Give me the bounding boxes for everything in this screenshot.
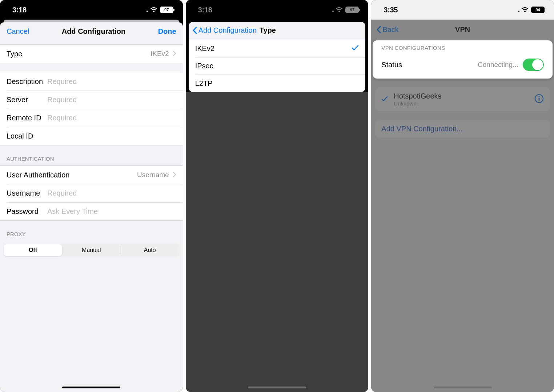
- cellular-dots-icon: ....: [146, 7, 148, 13]
- status-row: Status Connecting...: [376, 54, 550, 76]
- config-row[interactable]: HotspotiGeeks Unknown: [376, 87, 550, 111]
- vpn-screen-body: Back VPN VPN CONFIGURATIONS Status Conne…: [371, 20, 554, 392]
- page-title: Type: [260, 26, 276, 35]
- wifi-icon: [150, 7, 157, 13]
- proxy-segmented-control[interactable]: Off Manual Auto: [3, 244, 180, 257]
- page-title: VPN: [371, 25, 554, 34]
- proxy-header: PROXY: [0, 221, 183, 241]
- wifi-icon: [336, 7, 343, 13]
- details-section: Description Server Remote ID Local ID: [0, 72, 183, 145]
- server-row[interactable]: Server: [0, 91, 183, 109]
- wifi-icon: [521, 7, 529, 13]
- auth-section: User Authentication Username Username Pa…: [0, 165, 183, 221]
- status-bar: 3:35 .... 94: [371, 0, 554, 20]
- proxy-manual-segment[interactable]: Manual: [62, 244, 121, 256]
- screen-type-select: 3:18 .... 97 Add Configuration Type: [186, 0, 369, 392]
- cancel-button[interactable]: Cancel: [7, 27, 29, 36]
- status-bar: 3:18 .... 97: [186, 0, 369, 20]
- status-bar: 3:18 .... 97: [0, 0, 183, 20]
- status-value: Connecting...: [402, 61, 523, 69]
- info-icon[interactable]: [534, 94, 544, 105]
- chevron-left-icon: [192, 27, 197, 34]
- battery-icon: 97: [160, 7, 173, 13]
- status-time: 3:35: [384, 6, 398, 14]
- type-row[interactable]: Type IKEv2: [0, 45, 183, 63]
- type-option-ipsec[interactable]: IPsec: [189, 57, 366, 75]
- svg-point-1: [538, 96, 539, 97]
- screen-add-config: 3:18 .... 97 Cancel Add Configuration Do…: [0, 0, 183, 392]
- screen-vpn-status: 3:35 .... 94 Back VPN: [371, 0, 554, 392]
- password-row[interactable]: Password: [0, 202, 183, 220]
- user-auth-row[interactable]: User Authentication Username: [0, 166, 183, 184]
- battery-icon: 97: [345, 7, 359, 13]
- config-subtitle: Unknown: [394, 100, 441, 107]
- config-sheet: Cancel Add Configuration Done Type IKEv2…: [0, 22, 183, 392]
- battery-icon: 94: [531, 7, 545, 13]
- nav-bar: Cancel Add Configuration Done: [0, 22, 183, 44]
- add-config-card: Add VPN Configuration...: [376, 120, 550, 138]
- server-input[interactable]: [47, 96, 176, 104]
- cellular-dots-icon: ....: [332, 7, 333, 13]
- page-title: Add Configuration: [62, 27, 126, 36]
- checkmark-icon: [381, 95, 394, 104]
- type-options-list: IKEv2 IPsec L2TP: [189, 40, 366, 92]
- configs-list: HotspotiGeeks Unknown: [376, 87, 550, 111]
- proxy-auto-segment[interactable]: Auto: [121, 244, 179, 256]
- type-section: Type IKEv2: [0, 44, 183, 63]
- config-name: HotspotiGeeks: [394, 92, 441, 100]
- description-row[interactable]: Description: [0, 72, 183, 91]
- password-input[interactable]: [47, 207, 176, 216]
- status-time: 3:18: [12, 6, 27, 14]
- back-button[interactable]: Add Configuration: [192, 26, 257, 35]
- status-time: 3:18: [198, 6, 212, 14]
- remote-id-row[interactable]: Remote ID: [0, 109, 183, 127]
- local-id-row[interactable]: Local ID: [0, 127, 183, 145]
- remote-id-input[interactable]: [47, 114, 176, 122]
- status-card: Status Connecting...: [376, 54, 550, 76]
- nav-bar: Add Configuration Type: [189, 22, 366, 40]
- auth-header: AUTHENTICATION: [0, 145, 183, 165]
- description-input[interactable]: [47, 77, 176, 86]
- svg-rect-2: [539, 98, 540, 101]
- cellular-dots-icon: ....: [517, 7, 519, 13]
- done-button[interactable]: Done: [158, 27, 176, 36]
- chevron-right-icon: [169, 50, 176, 58]
- proxy-off-segment[interactable]: Off: [4, 244, 62, 256]
- home-indicator[interactable]: [248, 387, 306, 388]
- home-indicator[interactable]: [62, 387, 120, 388]
- type-option-l2tp[interactable]: L2TP: [189, 75, 366, 92]
- username-input[interactable]: [47, 189, 176, 197]
- type-option-ikev2[interactable]: IKEv2: [189, 40, 366, 57]
- nav-bar: Back VPN: [371, 20, 554, 40]
- status-toggle[interactable]: [523, 59, 544, 71]
- checkmark-icon: [352, 44, 359, 53]
- configs-header: VPN CONFIGURATIONS: [376, 42, 550, 54]
- chevron-right-icon: [169, 171, 176, 179]
- type-sheet: Add Configuration Type IKEv2 IPsec L2TP: [189, 22, 366, 92]
- local-id-input[interactable]: [47, 132, 176, 140]
- highlighted-status-block: VPN CONFIGURATIONS Status Connecting...: [373, 40, 553, 79]
- username-row[interactable]: Username: [0, 184, 183, 202]
- home-indicator[interactable]: [434, 387, 492, 388]
- add-config-button[interactable]: Add VPN Configuration...: [376, 120, 550, 138]
